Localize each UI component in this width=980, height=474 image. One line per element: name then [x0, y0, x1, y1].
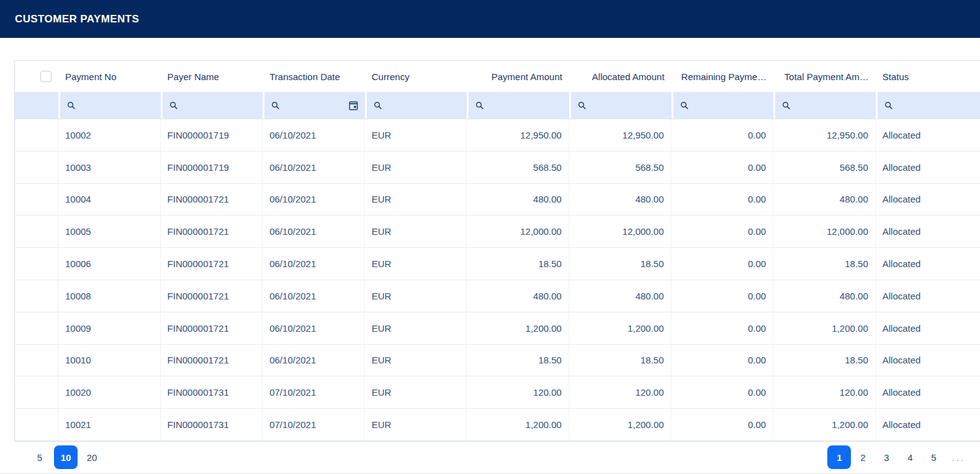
cell-remaining_payment_amount: 0.00 — [672, 409, 774, 440]
cell-allocated_amount: 568.50 — [569, 152, 672, 183]
column-header-transaction_date[interactable]: Transaction Date — [263, 61, 365, 92]
page-size-10[interactable]: 10 — [54, 445, 78, 469]
filter-cell-currency[interactable] — [365, 92, 467, 119]
table-row[interactable]: 10009FIN00000172106/10/2021EUR1,200.001,… — [15, 312, 980, 345]
cell-currency: EUR — [365, 345, 467, 376]
cell-remaining_payment_amount: 0.00 — [672, 280, 774, 312]
filter-cell-allocated_amount[interactable] — [569, 92, 672, 119]
cell-transaction_date: 06/10/2021 — [263, 216, 365, 247]
cell-payment_amount: 480.00 — [467, 280, 569, 312]
cell-payment_no: 10004 — [58, 184, 161, 216]
cell-payment_no: 10003 — [58, 152, 161, 183]
cell-total_payment_amount: 12,000.00 — [773, 216, 876, 247]
filter-cell-remaining_payment_amount[interactable] — [672, 92, 774, 119]
cell-total_payment_amount: 18.50 — [773, 248, 876, 280]
filter-cell-total_payment_amount[interactable] — [773, 92, 876, 119]
cell-payment_no: 10010 — [58, 345, 161, 376]
page-button-4[interactable]: 4 — [898, 445, 922, 469]
table-filter-row — [15, 92, 980, 119]
cell-payer_name: FIN000001721 — [161, 280, 263, 312]
table-row[interactable]: 10020FIN00000173107/10/2021EUR120.00120.… — [15, 376, 980, 409]
cell-payment_amount: 18.50 — [467, 248, 569, 280]
table-row[interactable]: 10004FIN00000172106/10/2021EUR480.00480.… — [15, 184, 980, 216]
cell-status: Allocated — [876, 216, 980, 247]
cell-total_payment_amount: 1,200.00 — [773, 409, 876, 440]
cell-allocated_amount: 18.50 — [569, 248, 672, 280]
page-button-5[interactable]: 5 — [922, 445, 945, 469]
table-row[interactable]: 10021FIN00000173107/10/2021EUR1,200.001,… — [15, 409, 980, 441]
row-select-cell — [15, 184, 58, 216]
cell-transaction_date: 06/10/2021 — [263, 184, 365, 216]
column-header-currency[interactable]: Currency — [365, 61, 467, 92]
cell-remaining_payment_amount: 0.00 — [672, 248, 774, 280]
cell-payer_name: FIN000001719 — [161, 119, 263, 151]
cell-allocated_amount: 480.00 — [569, 184, 672, 216]
row-select-cell — [15, 345, 58, 376]
table-header-row: Payment NoPayer NameTransaction DateCurr… — [15, 61, 980, 92]
cell-payment_amount: 18.50 — [467, 345, 569, 376]
column-header-payment_no[interactable]: Payment No — [58, 61, 161, 92]
table-row[interactable]: 10003FIN00000171906/10/2021EUR568.50568.… — [15, 152, 980, 184]
filter-cell-payment_amount[interactable] — [467, 92, 569, 119]
cell-payment_amount: 12,000.00 — [467, 216, 569, 247]
cell-allocated_amount: 12,950.00 — [569, 119, 672, 151]
search-icon — [66, 101, 76, 110]
table-row[interactable]: 10002FIN00000171906/10/2021EUR12,950.001… — [15, 119, 980, 152]
search-icon — [169, 101, 178, 110]
page-button-3[interactable]: 3 — [874, 445, 898, 469]
column-header-payer_name[interactable]: Payer Name — [161, 61, 263, 92]
column-header-total_payment_amount[interactable]: Total Payment Am… — [773, 61, 876, 92]
filter-cell-status[interactable] — [876, 92, 980, 119]
cell-status: Allocated — [876, 376, 980, 408]
cell-payment_amount: 12,950.00 — [467, 119, 569, 151]
cell-transaction_date: 06/10/2021 — [263, 119, 365, 151]
filter-cell-payment_no[interactable] — [58, 92, 161, 119]
cell-allocated_amount: 1,200.00 — [569, 312, 672, 344]
page-size-20[interactable]: 20 — [80, 445, 104, 469]
cell-total_payment_amount: 480.00 — [773, 280, 876, 312]
cell-status: Allocated — [876, 345, 980, 376]
row-select-cell — [15, 376, 58, 408]
filter-cell-payer_name[interactable] — [161, 92, 263, 119]
pagination-bar: 51020 12345... — [14, 442, 980, 473]
calendar-icon[interactable] — [348, 100, 359, 111]
cell-transaction_date: 06/10/2021 — [263, 152, 365, 183]
search-icon — [271, 101, 280, 110]
cell-payment_amount: 120.00 — [467, 376, 569, 408]
table-row[interactable]: 10010FIN00000172106/10/2021EUR18.5018.50… — [15, 345, 980, 377]
select-all-checkbox[interactable] — [40, 71, 52, 82]
cell-currency: EUR — [365, 409, 467, 440]
cell-transaction_date: 06/10/2021 — [263, 345, 365, 376]
app-header-bar: CUSTOMER PAYMENTS — [0, 0, 980, 38]
cell-currency: EUR — [365, 376, 467, 408]
page-button-1[interactable]: 1 — [827, 445, 851, 469]
filter-cell-select — [15, 92, 58, 119]
cell-status: Allocated — [876, 184, 980, 216]
page-size-selector: 51020 — [28, 445, 104, 469]
column-header-remaining_payment_amount[interactable]: Remaining Payme… — [672, 61, 774, 92]
page-size-5[interactable]: 5 — [28, 445, 52, 469]
search-icon — [781, 101, 791, 110]
search-icon — [475, 101, 484, 110]
table-row[interactable]: 10005FIN00000172106/10/2021EUR12,000.001… — [15, 216, 980, 248]
cell-payer_name: FIN000001731 — [161, 409, 263, 440]
cell-currency: EUR — [365, 280, 467, 312]
cell-currency: EUR — [365, 152, 467, 183]
page-button-2[interactable]: 2 — [851, 445, 874, 469]
column-header-allocated_amount[interactable]: Allocated Amount — [569, 61, 672, 92]
table-row[interactable]: 10008FIN00000172106/10/2021EUR480.00480.… — [15, 280, 980, 312]
search-icon — [577, 101, 587, 110]
page-title: CUSTOMER PAYMENTS — [15, 13, 139, 25]
table-body: 10002FIN00000171906/10/2021EUR12,950.001… — [15, 119, 980, 441]
page-navigator: 12345... — [827, 445, 965, 469]
cell-payer_name: FIN000001721 — [161, 184, 263, 216]
row-select-cell — [15, 119, 58, 151]
column-header-status[interactable]: Status — [876, 61, 980, 92]
table-row[interactable]: 10006FIN00000172106/10/2021EUR18.5018.50… — [15, 248, 980, 280]
cell-payment_no: 10006 — [58, 248, 161, 280]
cell-remaining_payment_amount: 0.00 — [672, 345, 774, 376]
cell-currency: EUR — [365, 216, 467, 247]
cell-allocated_amount: 12,000.00 — [569, 216, 672, 247]
column-header-payment_amount[interactable]: Payment Amount — [467, 61, 569, 92]
filter-cell-transaction_date[interactable] — [263, 92, 365, 119]
